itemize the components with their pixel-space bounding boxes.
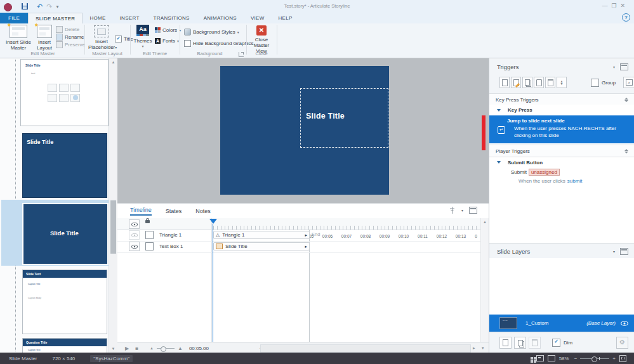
- chevron-down-icon[interactable]: [497, 161, 501, 164]
- group-checkbox[interactable]: ✓: [591, 79, 599, 87]
- fit-to-window-icon[interactable]: [619, 355, 626, 362]
- hide-background-graphics-box[interactable]: ✓: [184, 40, 191, 47]
- copy-trigger-button[interactable]: [522, 77, 532, 88]
- help-icon[interactable]: ?: [622, 13, 630, 22]
- zoom-slider-handle[interactable]: [161, 346, 166, 352]
- zoom-out-icon[interactable]: −: [574, 356, 578, 361]
- row-eye-icon[interactable]: [129, 230, 140, 240]
- timeline-bar-slide-title[interactable]: Slide Title ▸: [213, 242, 310, 250]
- tab-view[interactable]: VIEW: [244, 13, 272, 23]
- layer-row-selected[interactable]: 1_Custom (Base Layer): [489, 315, 634, 332]
- tab-states[interactable]: States: [166, 208, 182, 214]
- new-layer-button[interactable]: [499, 337, 512, 349]
- insert-slide-master-button[interactable]: * Insert SlideMaster: [4, 24, 33, 51]
- close-master-view-button[interactable]: ✕ CloseMaster View: [250, 25, 273, 54]
- timeline-hscrollbar[interactable]: [260, 344, 471, 353]
- timeline-bar-triangle[interactable]: △ Triangle 1 ▸: [213, 231, 310, 239]
- chevron-down-icon[interactable]: [497, 109, 501, 112]
- tab-file[interactable]: FILE: [0, 13, 28, 23]
- tab-timeline[interactable]: Timeline: [130, 207, 152, 216]
- trigger-group-submit-button[interactable]: Submit Button: [489, 157, 634, 167]
- collapse-icon[interactable]: [624, 149, 628, 153]
- thumbnail-layout-2-selected[interactable]: Slide Title: [22, 203, 109, 265]
- timeline-menu-icon[interactable]: ▾: [461, 208, 463, 212]
- thumbnail-layout-1[interactable]: Slide Title: [22, 133, 107, 198]
- triggers-menu-icon[interactable]: ▾: [613, 65, 615, 69]
- manage-variables-button[interactable]: x: [623, 77, 634, 88]
- row-lock-checkbox[interactable]: ✓: [145, 231, 154, 239]
- trigger-item-submit[interactable]: Submit unassigned: [511, 168, 560, 176]
- tab-notes[interactable]: Notes: [195, 208, 211, 214]
- trigger-item-selected[interactable]: Jump to slide next slide ↵ When the user…: [489, 115, 634, 143]
- zoom-in-tick-icon[interactable]: ▲: [178, 346, 183, 351]
- hscroll-right-icon[interactable]: ▸: [473, 346, 475, 351]
- scroll-down-icon[interactable]: ▼: [109, 345, 117, 353]
- trigger-group-key-press[interactable]: Key Press: [489, 105, 634, 115]
- zoom-in-icon[interactable]: +: [612, 356, 616, 361]
- thumbnail-layout-3[interactable]: Slide Text Caption Title Caption Body: [22, 270, 107, 334]
- stop-icon[interactable]: ■: [135, 346, 138, 351]
- insert-layout-button[interactable]: * InsertLayout: [34, 24, 55, 51]
- title-placeholder-box[interactable]: Slide Title: [300, 88, 388, 148]
- scrollbar-thumb[interactable]: [110, 200, 116, 254]
- timeline-panel-icon[interactable]: [469, 207, 477, 214]
- section-player-triggers[interactable]: Player Triggers: [489, 145, 634, 157]
- new-trigger-button[interactable]: [499, 77, 510, 88]
- tab-insert[interactable]: INSERT: [113, 13, 147, 23]
- preserve-button[interactable]: Preserve: [56, 41, 85, 48]
- themes-button[interactable]: Aa Themes▾: [133, 24, 152, 49]
- minimize-icon[interactable]: —: [602, 3, 611, 9]
- triggers-panel-icon[interactable]: [620, 63, 628, 70]
- grid-view-icon[interactable]: [531, 357, 533, 360]
- slide-layers-panel-icon[interactable]: [620, 248, 628, 255]
- title-checkbox-box[interactable]: ✓: [115, 36, 122, 42]
- tab-animations[interactable]: ANIMATIONS: [197, 13, 244, 23]
- delete-trigger-button[interactable]: [545, 77, 555, 88]
- rename-button[interactable]: Rename: [56, 33, 85, 41]
- presentation-view-icon[interactable]: [548, 355, 555, 361]
- dim-checkbox[interactable]: ✓: [552, 339, 560, 347]
- colors-button[interactable]: Colors▾: [155, 27, 181, 33]
- section-key-press-triggers[interactable]: Key Press Triggers: [489, 93, 634, 106]
- close-icon[interactable]: ✕: [620, 3, 629, 9]
- playhead-handle[interactable]: [209, 219, 217, 224]
- unassigned-badge[interactable]: unassigned: [529, 169, 560, 176]
- show-all-eye-button[interactable]: [129, 219, 140, 229]
- edit-trigger-button[interactable]: [511, 77, 521, 88]
- hide-background-graphics-checkbox[interactable]: ✓ Hide Background Graphics: [184, 40, 254, 47]
- duplicate-layer-button[interactable]: [514, 337, 526, 349]
- zoom-out-tick-icon[interactable]: ▲: [150, 346, 154, 350]
- row-eye-icon[interactable]: [129, 242, 140, 251]
- fonts-button[interactable]: A Fonts▾: [155, 38, 179, 44]
- vscroll-down-icon[interactable]: ▾: [482, 346, 484, 351]
- timeline-vscrollbar[interactable]: ▲: [480, 218, 489, 342]
- reorder-trigger-button[interactable]: ▲▼: [557, 77, 567, 88]
- zoom-slider-handle[interactable]: [591, 356, 597, 362]
- zoom-slider[interactable]: [580, 358, 609, 359]
- delete-button[interactable]: Delete: [56, 25, 85, 33]
- dock-timeline-icon[interactable]: [449, 207, 456, 214]
- background-dialog-launcher-icon[interactable]: [239, 52, 244, 57]
- row-lock-checkbox[interactable]: ✓: [145, 242, 154, 250]
- insert-placeholder-button[interactable]: InsertPlaceholder▾: [88, 24, 115, 51]
- paste-trigger-button[interactable]: [534, 77, 544, 88]
- layer-settings-gear-icon[interactable]: ⚙: [616, 337, 628, 349]
- lock-icon[interactable]: [145, 220, 150, 223]
- timeline-zoom-slider[interactable]: [157, 348, 175, 349]
- background-styles-button[interactable]: Background Styles▾: [184, 29, 239, 36]
- thumbnail-master[interactable]: Slide Title text: [20, 59, 109, 126]
- submit-link[interactable]: submit: [567, 178, 583, 184]
- timeline-row-textbox[interactable]: ✓ Text Box 1: [129, 242, 183, 250]
- slide-layers-menu-icon[interactable]: ▾: [613, 249, 615, 254]
- thumbnail-layout-4[interactable]: Question Title Caption Text: [22, 338, 107, 353]
- timeline-row-triangle[interactable]: ✓ Triangle 1: [129, 231, 182, 239]
- tab-home[interactable]: HOME: [83, 13, 112, 23]
- play-icon[interactable]: ▶: [125, 346, 129, 351]
- layer-visibility-eye-icon[interactable]: [621, 321, 628, 326]
- maximize-icon[interactable]: ❐: [611, 3, 620, 9]
- delete-layer-button[interactable]: [529, 337, 541, 349]
- collapse-icon[interactable]: [624, 98, 628, 102]
- slide-stage[interactable]: Slide Title: [220, 66, 389, 195]
- slide-view-icon[interactable]: [536, 355, 544, 361]
- tab-transitions[interactable]: TRANSITIONS: [147, 13, 197, 23]
